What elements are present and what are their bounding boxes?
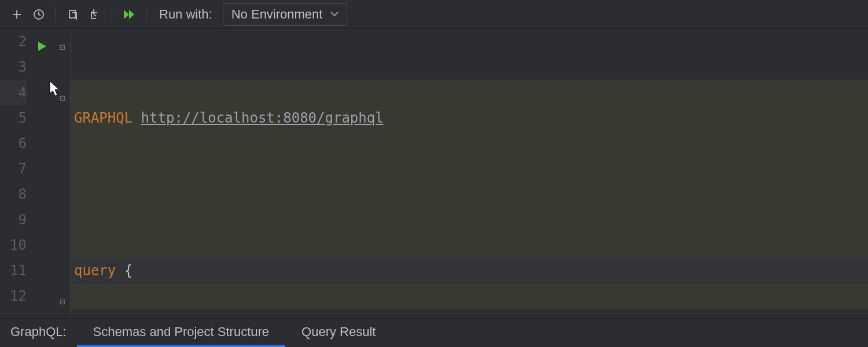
method-keyword: GRAPHQL (74, 110, 133, 126)
toolbar-separator (112, 7, 112, 22)
add-button[interactable] (8, 6, 25, 23)
environment-selected-value: No Environment (231, 7, 323, 22)
toolbar-separator (56, 7, 56, 22)
run-all-button[interactable] (120, 6, 138, 23)
environment-select[interactable]: No Environment (223, 3, 348, 26)
line-number: 7 (0, 156, 27, 182)
line-number: 3 (0, 54, 27, 80)
line-number: 10 (0, 232, 27, 258)
code-area[interactable]: GRAPHQL http://localhost:8080/graphql qu… (71, 29, 868, 318)
code-line: GRAPHQL http://localhost:8080/graphql (71, 105, 868, 131)
line-number: 5 (0, 105, 27, 131)
line-number: 9 (0, 207, 27, 232)
code-line (71, 182, 868, 207)
fold-toggle[interactable]: ⊟ (60, 86, 65, 111)
code-editor[interactable]: 2 3 4 5 6 7 8 9 10 11 12 ⊟ ⊟ ⊟ GRAPHQL h… (0, 29, 868, 318)
endpoint-url[interactable]: http://localhost:8080/graphql (141, 110, 384, 126)
chevron-down-icon (330, 12, 339, 17)
line-number: 4 (0, 80, 27, 105)
history-button[interactable] (30, 6, 47, 23)
tab-schemas[interactable]: Schemas and Project Structure (77, 319, 285, 347)
panel-title: GraphQL: (0, 319, 77, 347)
line-number: 11 (0, 258, 27, 283)
code-line: query { (71, 258, 868, 283)
clock-icon (33, 9, 45, 20)
run-with-label: Run with: (159, 7, 212, 22)
tab-query-result[interactable]: Query Result (285, 319, 392, 347)
scratch-icon (89, 9, 101, 20)
line-number: 6 (0, 131, 27, 156)
toolbar-separator (146, 7, 146, 22)
line-number: 12 (0, 283, 27, 309)
play-icon (37, 40, 47, 52)
fold-toggle[interactable]: ⊟ (60, 35, 65, 60)
fold-toggle[interactable]: ⊟ (60, 289, 65, 315)
svg-rect-1 (69, 10, 75, 18)
import-button[interactable] (86, 6, 104, 23)
line-number: 2 (0, 29, 27, 54)
run-request-button[interactable] (37, 35, 47, 60)
line-number: 8 (0, 182, 27, 207)
line-number-gutter: 2 3 4 5 6 7 8 9 10 11 12 (0, 29, 32, 318)
run-gutter (32, 29, 58, 318)
fold-gutter: ⊟ ⊟ ⊟ (58, 29, 71, 318)
copy-button[interactable] (64, 6, 82, 23)
graphql-panel: GraphQL: Schemas and Project Structure Q… (0, 318, 868, 347)
toolbar: Run with: No Environment (0, 0, 868, 29)
query-keyword: query (74, 263, 116, 279)
copy-icon (67, 9, 79, 20)
plus-icon (11, 9, 23, 20)
double-play-icon (123, 9, 135, 20)
